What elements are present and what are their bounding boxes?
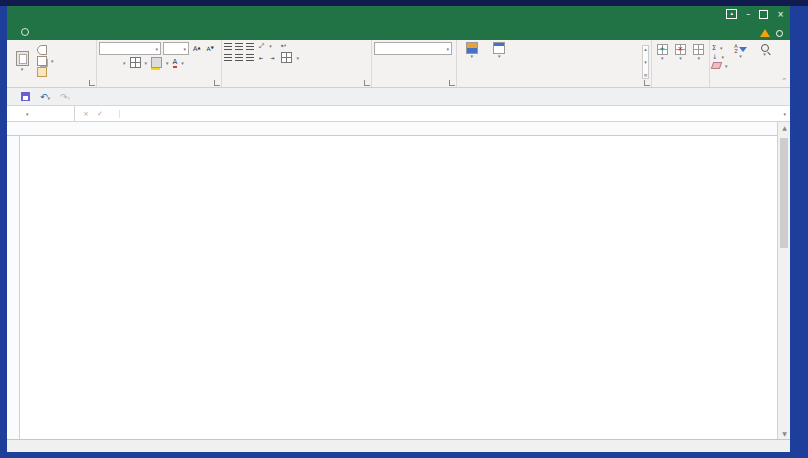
lightbulb-icon [21,28,29,36]
decrease-indent-icon[interactable]: ⇤ [257,55,265,61]
align-left-icon[interactable] [224,54,232,61]
paste-icon [16,51,29,66]
copy-icon [37,56,47,66]
borders-icon[interactable] [130,57,141,68]
format-as-table-button[interactable]: ▾ [487,42,513,59]
share-button[interactable] [776,30,784,37]
delete-cells-button[interactable]: ×▾ [672,44,688,61]
insert-cells-button[interactable]: +▾ [654,44,670,61]
scroll-down-icon[interactable]: ▼ [778,430,791,437]
format-cells-button[interactable]: ▾ [691,44,707,61]
format-icon [693,44,704,55]
wrap-text-icon: ↩ [279,42,288,50]
cut-icon [37,45,47,55]
wrap-text-button[interactable]: ↩ [279,42,290,50]
merge-center-icon [281,52,292,63]
expand-formula-bar-icon[interactable]: ▾ [783,111,790,117]
clipboard-group: ▾ ▾ [7,40,97,87]
clipboard-dialog-launcher[interactable] [89,80,95,86]
grow-font-button[interactable]: A▲ [191,45,203,53]
number-dialog-launcher[interactable] [449,80,455,86]
editing-group: Σ▾ ↓▾ ▾ AZ ▾ ▾ [710,40,790,87]
name-box[interactable]: ▾ [7,106,75,122]
font-group: ▾ ▾ A▲ A▼ ▾ ▾ ▾ A▾ [97,40,222,87]
paste-button[interactable]: ▾ [9,42,35,80]
restore-button[interactable] [759,10,768,19]
shrink-font-button[interactable]: A▼ [205,45,216,52]
ribbon-display-options-button[interactable]: ▴ [726,9,737,19]
scroll-up-icon[interactable]: ▲ [778,124,791,131]
sort-filter-button[interactable]: AZ ▾ [730,44,752,59]
save-icon[interactable] [21,92,30,101]
cells-group: +▾ ×▾ ▾ [652,40,710,87]
vscroll-thumb[interactable] [780,138,788,248]
align-middle-icon[interactable] [235,43,243,50]
insert-icon: + [657,44,668,55]
find-select-button[interactable]: ▾ [754,44,776,57]
align-center-icon[interactable] [235,54,243,61]
merge-center-button[interactable]: ▾ [281,52,299,63]
gallery-scroll[interactable]: ▴▾≡ [642,45,649,79]
undo-button[interactable]: ↶▾ [40,92,50,102]
format-painter-icon [37,67,47,77]
enter-icon[interactable]: ✓ [97,110,103,118]
ribbon: ▾ ▾ ▾ ▾ A▲ A▼ ▾ ▾ [7,40,790,88]
cut-button[interactable] [37,45,54,55]
vertical-scrollbar[interactable]: ▲ ▼ [777,122,790,439]
number-format-select[interactable]: ▾ [374,42,452,55]
font-color-icon[interactable]: A [173,58,178,68]
alignment-group: ⤢▾ ↩ ⇤ ⇥ ▾ [222,40,372,87]
autosum-button[interactable]: Σ▾ [712,44,728,52]
orientation-icon[interactable]: ⤢ [257,42,266,50]
font-dialog-launcher[interactable] [214,80,220,86]
funnel-icon [739,47,747,52]
cancel-icon[interactable]: × [83,110,89,118]
format-painter-button[interactable] [37,67,54,77]
styles-group: ▾ ▾ ▴▾≡ [457,40,652,87]
sheet-tab-strip [7,439,790,452]
tell-me-box[interactable] [7,25,40,40]
number-group: ▾ [372,40,457,87]
copy-button[interactable]: ▾ [37,56,54,66]
ribbon-tab-row [7,22,790,40]
undo-icon: ↶ [40,92,48,102]
window-controls: ▴ – × [726,6,788,22]
clear-button[interactable]: ▾ [712,62,728,69]
align-top-icon[interactable] [224,43,232,50]
fill-down-icon: ↓ [712,53,717,61]
redo-icon: ↷ [60,92,68,102]
close-button[interactable]: × [777,10,784,19]
column-headers [7,122,777,136]
align-bottom-icon[interactable] [246,43,254,50]
collapse-ribbon-button[interactable]: ⌃ [781,77,787,85]
delete-icon: × [675,44,686,55]
align-right-icon[interactable] [246,54,254,61]
fill-color-icon[interactable] [151,57,162,68]
increase-indent-icon[interactable]: ⇥ [268,55,276,61]
font-name-select[interactable]: ▾ [99,42,161,55]
magnifier-icon [761,44,769,52]
minimize-button[interactable]: – [746,10,750,19]
warning-icon[interactable] [760,29,770,37]
title-bar: ▴ – × [7,6,790,22]
az-icon: AZ [734,44,737,54]
formula-bar: ▾ × ✓ ▾ [7,106,790,122]
eraser-icon [711,62,723,69]
worksheet-grid[interactable] [20,136,777,439]
fill-button[interactable]: ↓▾ [712,53,728,61]
quick-access-toolbar: ↶▾ ↷▾ [7,88,790,106]
font-size-select[interactable]: ▾ [163,42,189,55]
redo-button[interactable]: ↷▾ [60,92,70,102]
alignment-dialog-launcher[interactable] [364,80,370,86]
screenshot-stage: ▴ – × ▾ ▾ [0,0,808,458]
conditional-formatting-button[interactable]: ▾ [459,42,485,59]
row-headers [7,136,20,439]
styles-dialog-launcher[interactable] [644,80,650,86]
sigma-icon: Σ [712,44,716,52]
person-icon [776,30,783,37]
